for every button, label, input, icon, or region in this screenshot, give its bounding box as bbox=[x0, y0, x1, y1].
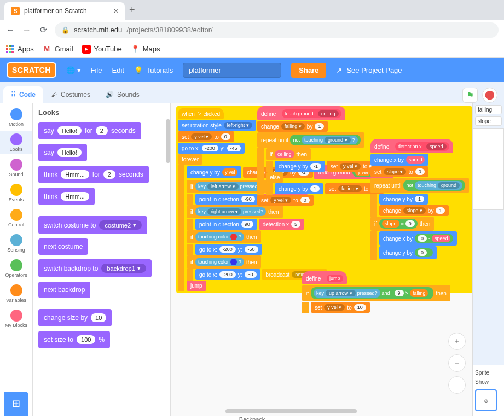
sound-icon bbox=[10, 159, 22, 171]
block-palette: Looks sayHello!for2seconds sayHello! thi… bbox=[33, 103, 171, 416]
myblocks-icon bbox=[10, 310, 22, 322]
sensing-icon bbox=[10, 234, 22, 246]
operators-icon bbox=[10, 259, 22, 271]
tab-title: platformer on Scratch bbox=[24, 7, 87, 15]
forward-icon[interactable]: → bbox=[22, 25, 32, 35]
url-host: scratch.mit.edu bbox=[74, 26, 122, 34]
language-menu[interactable]: 🌐 ▾ bbox=[66, 66, 81, 74]
zoom-out-button[interactable]: － bbox=[448, 354, 466, 372]
block-think-for[interactable]: thinkHmm...for2seconds bbox=[38, 166, 149, 183]
category-sensing[interactable]: Sensing bbox=[0, 232, 32, 255]
control-icon bbox=[10, 209, 22, 221]
var-monitor-slope[interactable]: slope bbox=[475, 116, 502, 126]
bookmark-apps[interactable]: Apps bbox=[5, 45, 34, 54]
bookmark-maps[interactable]: 📍Maps bbox=[131, 45, 160, 54]
zoom-in-button[interactable]: ＋ bbox=[448, 332, 466, 350]
script-workspace[interactable]: ☺ when 🏳 clicked set rotation styleleft-… bbox=[171, 103, 472, 416]
tutorials-button[interactable]: 💡Tutorials bbox=[134, 66, 173, 74]
backpack-drawer[interactable]: Backpack bbox=[0, 416, 504, 420]
stage-preview[interactable] bbox=[473, 128, 504, 210]
tab-code[interactable]: ⠿Code bbox=[3, 86, 43, 103]
reload-icon[interactable]: ⟳ bbox=[38, 25, 48, 35]
script-jump[interactable]: define jump ifkeyup arrow ▾pressed?and9>… bbox=[302, 271, 450, 313]
lightbulb-icon: 💡 bbox=[134, 66, 143, 74]
apps-icon bbox=[5, 45, 14, 54]
block-say-for[interactable]: sayHello!for2seconds bbox=[38, 122, 141, 139]
lock-icon: 🔒 bbox=[61, 26, 69, 34]
sounds-icon: 🔊 bbox=[106, 91, 114, 98]
url-path: /projects/381809938/editor/ bbox=[126, 26, 213, 34]
scratch-favicon: S bbox=[11, 7, 20, 15]
palette-scrollbar[interactable] bbox=[166, 119, 170, 163]
code-icon: ⠿ bbox=[11, 91, 16, 98]
block-next-backdrop[interactable]: next backdrop bbox=[38, 282, 90, 298]
scratch-logo[interactable]: SCRATCH bbox=[7, 62, 56, 78]
var-monitor-falling[interactable]: falling bbox=[475, 105, 502, 114]
maps-icon: 📍 bbox=[131, 45, 140, 54]
block-set-size[interactable]: set size to100% bbox=[38, 331, 110, 348]
motion-icon bbox=[10, 108, 22, 120]
bookmark-gmail[interactable]: MGmail bbox=[43, 45, 73, 54]
script-detection-x[interactable]: define detection x speed change x byspee… bbox=[370, 139, 472, 260]
block-when-flag-clicked: when 🏳 clicked bbox=[178, 108, 224, 119]
edit-menu[interactable]: Edit bbox=[112, 66, 124, 74]
sprite-tile[interactable]: ☺ bbox=[475, 389, 497, 411]
events-icon bbox=[10, 184, 22, 196]
block-think[interactable]: thinkHmm... bbox=[38, 188, 95, 205]
looks-icon bbox=[10, 133, 22, 145]
category-events[interactable]: Events bbox=[0, 182, 32, 205]
scratch-header: SCRATCH 🌐 ▾ File Edit 💡Tutorials Share ↗… bbox=[0, 58, 504, 82]
block-switch-backdrop[interactable]: switch backdrop tobackdrop1▾ bbox=[38, 259, 152, 277]
costumes-icon: 🖌 bbox=[51, 91, 57, 98]
bookmark-youtube[interactable]: ▶YouTube bbox=[82, 45, 122, 54]
category-variables[interactable]: Variables bbox=[0, 282, 32, 305]
project-title-input[interactable] bbox=[183, 63, 281, 78]
bookmarks-bar: Apps MGmail ▶YouTube 📍Maps bbox=[0, 40, 504, 58]
stage-sidebar: falling slope Sprite Show ☺ bbox=[472, 103, 504, 416]
green-flag-button[interactable]: ⚑ bbox=[462, 88, 478, 103]
palette-title: Looks bbox=[38, 108, 165, 116]
url-input[interactable]: 🔒 scratch.mit.edu/projects/381809938/edi… bbox=[55, 22, 499, 38]
gmail-icon: M bbox=[43, 45, 51, 54]
category-column: Motion Looks Sound Events Control Sensin… bbox=[0, 103, 33, 416]
back-icon[interactable]: ← bbox=[5, 25, 15, 35]
editor-tabs: ⠿Code 🖌Costumes 🔊Sounds ⚑ bbox=[0, 82, 504, 103]
tab-costumes[interactable]: 🖌Costumes bbox=[43, 86, 98, 103]
category-control[interactable]: Control bbox=[0, 207, 32, 230]
see-project-page[interactable]: ↗See Project Page bbox=[336, 66, 402, 74]
category-operators[interactable]: Operators bbox=[0, 257, 32, 280]
youtube-icon: ▶ bbox=[82, 45, 91, 54]
variables-icon bbox=[10, 284, 22, 296]
block-switch-costume[interactable]: switch costume tocostume2▾ bbox=[38, 216, 147, 234]
zoom-reset-button[interactable]: ＝ bbox=[448, 376, 466, 394]
category-looks[interactable]: Looks bbox=[0, 131, 32, 154]
address-bar: ← → ⟳ 🔒 scratch.mit.edu/projects/3818099… bbox=[0, 20, 504, 40]
block-next-costume[interactable]: next costume bbox=[38, 238, 88, 255]
category-myblocks[interactable]: My Blocks bbox=[0, 307, 32, 330]
arrow-icon: ↗ bbox=[336, 66, 342, 74]
add-extension-button[interactable]: ⊞ bbox=[4, 392, 28, 416]
script-touch-ground[interactable]: define touch ground ceiling changefallin… bbox=[257, 106, 384, 206]
workspace-scrollbar-h[interactable] bbox=[225, 409, 357, 413]
tab-sounds[interactable]: 🔊Sounds bbox=[98, 86, 147, 103]
stop-icon bbox=[485, 91, 494, 100]
category-sound[interactable]: Sound bbox=[0, 156, 32, 179]
stop-button[interactable] bbox=[482, 88, 497, 103]
browser-tab-strip: S platformer on Scratch × + bbox=[0, 0, 504, 20]
block-change-size[interactable]: change size by10 bbox=[38, 309, 112, 326]
sprite-info-panel: Sprite Show ☺ bbox=[473, 365, 504, 416]
browser-tab[interactable]: S platformer on Scratch × bbox=[4, 2, 125, 20]
file-menu[interactable]: File bbox=[91, 66, 102, 74]
share-button[interactable]: Share bbox=[291, 63, 326, 78]
tab-close-icon[interactable]: × bbox=[114, 7, 118, 15]
block-say[interactable]: sayHello! bbox=[38, 144, 87, 161]
category-motion[interactable]: Motion bbox=[0, 106, 32, 129]
new-tab-button[interactable]: + bbox=[129, 4, 135, 16]
